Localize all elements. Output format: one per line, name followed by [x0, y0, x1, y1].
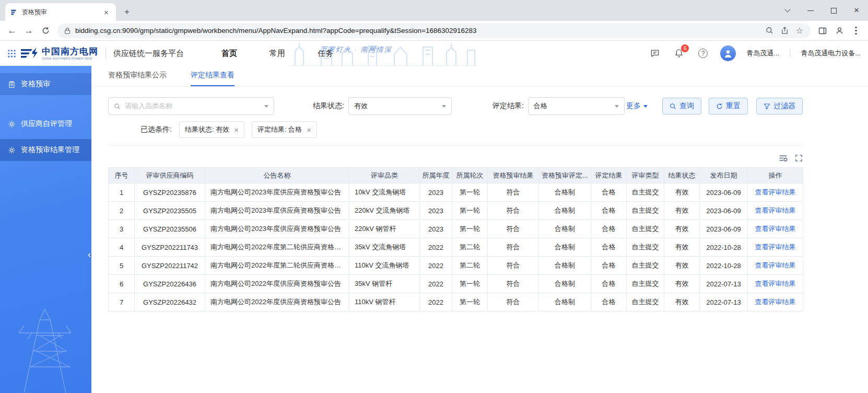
reset-button[interactable]: 重置 — [709, 98, 748, 114]
sidebar-collapse-icon[interactable] — [88, 250, 91, 259]
sidebar-item-result-management[interactable]: 资格预审结果管理 — [0, 139, 91, 161]
result-select[interactable]: 合格 — [528, 97, 625, 115]
tab-evaluation-results[interactable]: 评定结果查看 — [191, 71, 234, 86]
view-result-link[interactable]: 查看评审结果 — [755, 298, 796, 306]
view-result-link[interactable]: 查看评审结果 — [755, 206, 796, 214]
table-cell: 1 — [109, 183, 135, 202]
result-label: 评定结果: — [492, 101, 524, 111]
condition-chip-result: 评定结果: 合格 — [252, 121, 317, 138]
table-cell: 合格制 — [539, 220, 591, 238]
new-tab-button[interactable] — [120, 5, 134, 19]
view-result-link[interactable]: 查看评审结果 — [755, 261, 796, 269]
minimize-button[interactable] — [799, 0, 822, 21]
user-avatar[interactable] — [720, 45, 736, 61]
sidebar-item-prequalification[interactable]: 资格预审 — [0, 73, 91, 95]
logo-title: 中国南方电网 — [42, 47, 98, 56]
maximize-button[interactable] — [822, 0, 845, 21]
category-search-select[interactable]: 请输入品类名称 — [108, 97, 274, 115]
zoom-icon[interactable] — [766, 27, 773, 34]
nav-tasks[interactable]: 任务 — [318, 49, 333, 59]
table-cell: 2023-06-09 — [700, 220, 748, 238]
table-cell: 2022-10-28 — [700, 257, 748, 275]
table-cell: 南方电网公司2023年度供应商资格预审公告 — [205, 220, 349, 238]
chip-close-icon[interactable] — [234, 126, 239, 134]
view-result-link[interactable]: 查看评审结果 — [755, 280, 796, 287]
more-label: 更多 — [626, 101, 641, 111]
table-cell: 2022-10-28 — [700, 238, 748, 257]
browser-tab[interactable]: 资格预审 — [5, 3, 116, 21]
address-bar[interactable]: bidding.csg.cn:9090/gmp/static/gmpweb/wo… — [57, 24, 811, 38]
browser-toolbar: ← → bidding.csg.cn:9090/gmp/static/gmpwe… — [0, 21, 868, 41]
table-row: 1GYSZP20235876南方电网公司2023年度供应商资格预审公告10kV … — [109, 183, 803, 202]
back-icon[interactable]: ← — [4, 23, 20, 39]
user-divider — [790, 49, 790, 57]
table-cell: GYSZP20226436 — [135, 275, 205, 293]
sidebar-item-self-evaluation[interactable]: 供应商自评管理 — [0, 113, 91, 135]
fullscreen-icon[interactable] — [795, 154, 803, 162]
nav-common[interactable]: 常用 — [269, 49, 285, 59]
tab-close-icon[interactable] — [102, 8, 111, 17]
forward-icon[interactable]: → — [21, 23, 37, 39]
browser-profile-icon[interactable] — [831, 23, 847, 39]
company-name[interactable]: 青岛茂通电力设备... — [801, 49, 861, 58]
table-cell-action: 查看评审结果 — [748, 220, 803, 238]
table-cell: 符合 — [488, 238, 539, 257]
share-icon[interactable] — [781, 27, 789, 34]
status-value: 有效 — [354, 101, 368, 111]
browser-menu-icon[interactable] — [848, 23, 864, 39]
filter-label: 过滤器 — [773, 101, 795, 111]
more-filters-link[interactable]: 更多 — [626, 101, 648, 111]
table-row: 5GYSZP202211742南方电网公司2022年度第二轮供应商资格预审公..… — [109, 257, 803, 275]
status-select[interactable]: 有效 — [348, 97, 452, 115]
table-cell: GYSZP20235506 — [135, 220, 205, 238]
chip-close-icon[interactable] — [307, 126, 311, 134]
table-cell: 合格制 — [539, 183, 591, 202]
table-cell: 有效 — [664, 293, 700, 311]
search-placeholder: 请输入品类名称 — [125, 101, 260, 111]
apps-grid-icon[interactable] — [7, 49, 16, 58]
table-cell: 有效 — [664, 220, 700, 238]
table-cell: 自主提交 — [627, 293, 664, 311]
help-icon[interactable] — [696, 47, 710, 60]
bookmark-star-icon[interactable]: ☆ — [796, 26, 803, 36]
search-icon — [670, 103, 676, 110]
table-cell: 南方电网公司2022年度第二轮供应商资格预审公... — [205, 257, 349, 275]
view-result-link[interactable]: 查看评审结果 — [755, 243, 796, 251]
table-cell: 合格 — [591, 202, 627, 220]
query-button[interactable]: 查询 — [662, 98, 701, 114]
app-header: 中国南方电网 CHINA SOUTHERN POWER GRID 供应链统一服务… — [0, 41, 868, 66]
tab-title: 资格预审 — [22, 8, 98, 17]
reload-icon[interactable] — [38, 23, 53, 39]
platform-name: 供应链统一服务平台 — [113, 49, 184, 59]
column-header: 评审供应商编码 — [135, 168, 205, 183]
view-result-link[interactable]: 查看评审结果 — [755, 188, 796, 196]
chip-text: 结果状态: 有效 — [185, 125, 229, 134]
side-panel-icon[interactable] — [815, 23, 830, 39]
notification-bell-icon[interactable]: 6 — [672, 47, 686, 60]
table-cell: 2023 — [420, 202, 452, 220]
table-cell: 4 — [109, 238, 135, 257]
csg-logo-mark — [20, 47, 38, 61]
tab-search-icon[interactable] — [776, 0, 799, 21]
column-header: 结果状态 — [664, 168, 700, 183]
column-header: 资格预审评定... — [539, 168, 591, 183]
table-cell: 合格 — [591, 220, 627, 238]
table-cell: 第二轮 — [452, 238, 488, 257]
view-result-link[interactable]: 查看评审结果 — [755, 225, 796, 233]
nav-home[interactable]: 首页 — [221, 49, 237, 59]
gear-icon — [8, 120, 16, 128]
table-cell: 7 — [109, 293, 135, 311]
user-name[interactable]: 青岛茂通... — [746, 49, 779, 58]
chevron-down-icon — [643, 105, 648, 108]
column-header: 公告名称 — [205, 168, 349, 183]
gear-icon — [8, 146, 16, 154]
filter-button[interactable]: 过滤器 — [756, 98, 803, 114]
table-cell: GYSZP20235505 — [135, 202, 205, 220]
column-settings-icon[interactable] — [779, 154, 788, 163]
screen: 资格预审 ← → bidding.csg.cn:9090/gmp/static/… — [0, 0, 868, 393]
table-cell: 2022-07-13 — [700, 275, 748, 293]
table-cell: 符合 — [488, 202, 539, 220]
message-icon[interactable] — [648, 47, 662, 60]
tab-public-results[interactable]: 资格预审结果公示 — [108, 71, 167, 86]
close-button[interactable] — [845, 0, 868, 21]
